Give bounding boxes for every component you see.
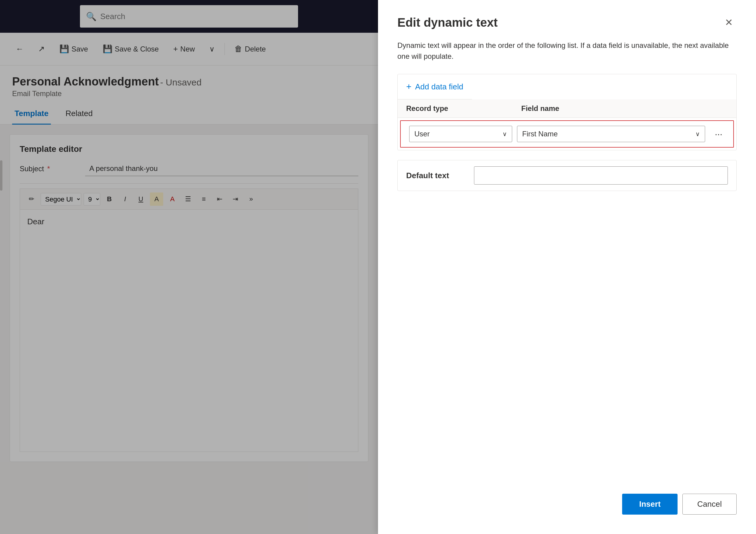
- background-panel: 🔍 ← ↗ 💾 Save 💾 Save & Close + New ∨ 🗑: [0, 0, 378, 534]
- insert-button[interactable]: Insert: [622, 494, 678, 515]
- close-button[interactable]: ✕: [721, 14, 737, 30]
- cancel-button[interactable]: Cancel: [682, 494, 737, 515]
- field-name-value: First Name: [522, 130, 557, 138]
- add-data-field-button[interactable]: + Add data field: [398, 74, 472, 99]
- modal-header: Edit dynamic text ✕: [397, 14, 737, 30]
- data-field-row: User ∨ First Name ∨ ···: [400, 120, 734, 148]
- edit-dynamic-text-modal: Edit dynamic text ✕ Dynamic text will ap…: [378, 0, 756, 534]
- default-text-input[interactable]: [474, 166, 728, 184]
- add-data-field-label: Add data field: [415, 82, 463, 92]
- chevron-down-icon: ∨: [502, 130, 507, 138]
- record-type-header: Record type: [406, 104, 521, 113]
- record-type-dropdown[interactable]: User ∨: [409, 126, 512, 142]
- table-header: Record type Field name: [398, 99, 736, 118]
- close-icon: ✕: [725, 17, 733, 28]
- overlay: [0, 0, 378, 534]
- default-text-section: Default text: [397, 160, 737, 191]
- default-text-label: Default text: [406, 171, 467, 180]
- modal-description: Dynamic text will appear in the order of…: [397, 40, 737, 62]
- field-name-header: Field name: [521, 104, 728, 113]
- field-name-dropdown[interactable]: First Name ∨: [517, 126, 705, 142]
- more-options-button[interactable]: ···: [713, 126, 725, 142]
- plus-icon: +: [406, 81, 412, 92]
- chevron-down-icon: ∨: [695, 130, 700, 138]
- modal-footer: Insert Cancel: [622, 494, 737, 515]
- data-fields-container: + Add data field Record type Field name …: [397, 74, 737, 150]
- record-type-value: User: [414, 130, 430, 138]
- modal-title: Edit dynamic text: [397, 16, 498, 29]
